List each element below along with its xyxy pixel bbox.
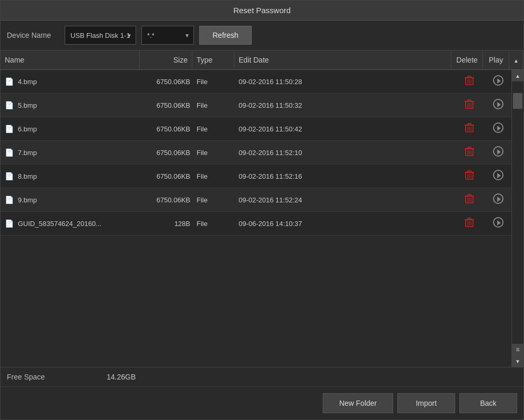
scroll-down-button[interactable]: ▼ bbox=[512, 355, 523, 367]
cell-date: 09-02-2016 11:50:42 bbox=[234, 121, 454, 137]
table-row: 📄 6.bmp 6750.06KB File 09-02-2016 11:50:… bbox=[1, 117, 511, 141]
sort-up-icon: ▲ bbox=[513, 58, 519, 64]
back-button[interactable]: Back bbox=[459, 393, 517, 413]
th-name: Name bbox=[1, 50, 140, 69]
filename: 8.bmp bbox=[18, 172, 37, 180]
trash-icon bbox=[465, 217, 474, 228]
cell-type: File bbox=[192, 168, 234, 185]
play-circle-icon bbox=[493, 146, 504, 157]
cell-type: File bbox=[192, 192, 234, 208]
title-bar: Reset Password bbox=[1, 1, 523, 21]
delete-button[interactable] bbox=[461, 74, 477, 89]
cell-date: 09-02-2016 11:50:32 bbox=[234, 97, 454, 114]
window-title: Reset Password bbox=[233, 6, 291, 15]
cell-delete bbox=[454, 188, 485, 211]
scroll-up-button[interactable]: ▲ bbox=[512, 70, 523, 81]
play-button[interactable] bbox=[491, 169, 506, 183]
table-body: 📄 4.bmp 6750.06KB File 09-02-2016 11:50:… bbox=[1, 70, 511, 367]
table-row: 📄 GUID_583574624_20160... 128B File 09-0… bbox=[1, 212, 511, 235]
cell-size: 6750.06KB bbox=[140, 121, 192, 137]
th-play: Play bbox=[483, 50, 509, 69]
filename: 6.bmp bbox=[18, 125, 37, 133]
device-select-wrapper[interactable]: USB Flash Disk 1-1 bbox=[65, 26, 136, 45]
filename: 5.bmp bbox=[18, 101, 37, 109]
trash-icon bbox=[465, 170, 474, 180]
scroll-middle-button[interactable]: ≡ bbox=[512, 344, 523, 355]
refresh-button[interactable]: Refresh bbox=[199, 26, 252, 45]
import-button[interactable]: Import bbox=[397, 393, 455, 413]
filter-select[interactable]: *.**.bmp*.jpg bbox=[141, 26, 194, 45]
trash-icon bbox=[465, 146, 474, 157]
delete-button[interactable] bbox=[461, 169, 477, 183]
file-doc-icon: 📄 bbox=[5, 172, 14, 180]
cell-delete bbox=[454, 117, 485, 140]
play-button[interactable] bbox=[491, 74, 506, 89]
bottom-buttons: New Folder Import Back bbox=[1, 386, 523, 419]
play-button[interactable] bbox=[491, 98, 506, 112]
table-row: 📄 7.bmp 6750.06KB File 09-02-2016 11:52:… bbox=[1, 141, 511, 165]
cell-size: 6750.06KB bbox=[140, 74, 192, 90]
table-row: 📄 9.bmp 6750.06KB File 09-02-2016 11:52:… bbox=[1, 188, 511, 212]
cell-play bbox=[485, 141, 511, 164]
th-delete: Delete bbox=[451, 50, 483, 69]
cell-name: 📄 GUID_583574624_20160... bbox=[1, 215, 140, 232]
cell-name: 📄 8.bmp bbox=[1, 168, 140, 185]
delete-button[interactable] bbox=[461, 98, 477, 112]
cell-delete bbox=[454, 94, 485, 117]
filename: 7.bmp bbox=[18, 149, 37, 157]
play-circle-icon bbox=[493, 75, 504, 86]
scroll-track bbox=[512, 81, 523, 344]
cell-name: 📄 9.bmp bbox=[1, 191, 140, 208]
free-space-label: Free Space bbox=[7, 373, 101, 381]
play-circle-icon bbox=[493, 170, 504, 180]
cell-type: File bbox=[192, 145, 234, 161]
cell-date: 09-02-2016 11:52:24 bbox=[234, 192, 454, 208]
file-doc-icon: 📄 bbox=[5, 219, 14, 228]
play-button[interactable] bbox=[491, 145, 506, 160]
play-button[interactable] bbox=[491, 216, 506, 231]
file-doc-icon: 📄 bbox=[5, 101, 14, 109]
file-table-container: Name Size Type Edit Date Delete Play ▲ 📄… bbox=[1, 50, 523, 367]
filename: 4.bmp bbox=[18, 78, 37, 86]
table-row: 📄 5.bmp 6750.06KB File 09-02-2016 11:50:… bbox=[1, 94, 511, 117]
delete-button[interactable] bbox=[461, 192, 477, 207]
play-circle-icon bbox=[493, 122, 504, 133]
device-select[interactable]: USB Flash Disk 1-1 bbox=[65, 26, 136, 45]
file-doc-icon: 📄 bbox=[5, 196, 14, 204]
th-scroll-spacer: ▲ bbox=[509, 50, 523, 69]
play-circle-icon bbox=[493, 217, 504, 228]
scrollbar: ▲ ≡ ▼ bbox=[511, 70, 523, 367]
file-doc-icon: 📄 bbox=[5, 125, 14, 133]
play-circle-icon bbox=[493, 99, 504, 109]
delete-button[interactable] bbox=[461, 121, 477, 136]
cell-type: File bbox=[192, 74, 234, 90]
trash-icon bbox=[465, 75, 474, 86]
cell-size: 128B bbox=[140, 216, 192, 232]
cell-delete bbox=[454, 165, 485, 188]
new-folder-button[interactable]: New Folder bbox=[323, 393, 393, 413]
cell-play bbox=[485, 70, 511, 93]
filename: GUID_583574624_20160... bbox=[18, 220, 101, 228]
cell-type: File bbox=[192, 97, 234, 114]
cell-play bbox=[485, 117, 511, 140]
cell-date: 09-02-2016 11:52:10 bbox=[234, 145, 454, 161]
file-doc-icon: 📄 bbox=[5, 77, 14, 86]
cell-name: 📄 5.bmp bbox=[1, 97, 140, 114]
filter-select-wrapper[interactable]: *.**.bmp*.jpg bbox=[141, 26, 194, 45]
cell-date: 09-06-2016 14:10:37 bbox=[234, 216, 454, 232]
reset-password-window: Reset Password Device Name USB Flash Dis… bbox=[0, 0, 524, 420]
scroll-thumb[interactable] bbox=[513, 93, 522, 109]
th-date: Edit Date bbox=[234, 50, 451, 69]
cell-size: 6750.06KB bbox=[140, 145, 192, 161]
play-button[interactable] bbox=[491, 192, 506, 207]
free-space-bar: Free Space 14.26GB bbox=[1, 367, 523, 386]
delete-button[interactable] bbox=[461, 145, 477, 160]
play-button[interactable] bbox=[491, 121, 506, 136]
delete-button[interactable] bbox=[461, 216, 477, 231]
device-name-label: Device Name bbox=[7, 31, 59, 39]
th-type: Type bbox=[192, 50, 234, 69]
table-header: Name Size Type Edit Date Delete Play ▲ bbox=[1, 50, 523, 70]
play-circle-icon bbox=[493, 193, 504, 204]
free-space-value: 14.26GB bbox=[107, 373, 136, 381]
cell-name: 📄 7.bmp bbox=[1, 144, 140, 161]
